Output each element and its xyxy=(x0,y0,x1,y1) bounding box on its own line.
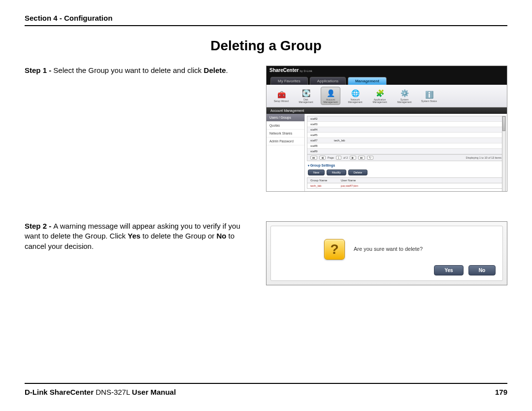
pager-next-icon[interactable]: ▶ xyxy=(350,156,356,160)
group-table-row[interactable]: tech_lab joe;staff7;kim xyxy=(307,183,504,188)
sidebar-item-network-shares[interactable]: Network Shares xyxy=(266,130,304,137)
sidebar-item-admin-password[interactable]: Admin Password xyxy=(266,137,304,145)
step-1-label: Step 1 - xyxy=(25,66,53,74)
sc-body: Users / Groups Quotas Network Shares Adm… xyxy=(266,114,507,192)
disk-icon: 💽 xyxy=(301,88,311,98)
sc-topbar: ShareCenterby D-Link My Favorites Applic… xyxy=(266,66,507,85)
group-table-head-name: Group Name xyxy=(307,178,338,183)
step-1-text-b: . xyxy=(226,66,228,74)
tab-applications[interactable]: Applications xyxy=(310,77,346,85)
dialog-buttons: Yes No xyxy=(434,265,496,275)
scrollbar[interactable] xyxy=(502,116,506,192)
user-grid: staff2 staff3 staff4 staff5 staff7tech_l… xyxy=(307,116,505,161)
step-2-text: Step 2 - A warning message will appear a… xyxy=(25,221,256,285)
table-row[interactable]: staff2 xyxy=(307,116,504,122)
sc-brand: ShareCenterby D-Link xyxy=(269,67,312,85)
group-settings-heading[interactable]: Group Settings xyxy=(307,161,505,169)
yes-button[interactable]: Yes xyxy=(434,265,463,275)
group-table-header: Group Name User Name xyxy=(307,178,504,183)
table-row[interactable]: staff7tech_lab xyxy=(307,138,504,143)
sc-section-title: Account Management xyxy=(266,107,507,114)
new-button[interactable]: New xyxy=(308,170,325,175)
pager-first-icon[interactable]: ⏮ xyxy=(310,156,317,160)
group-table: Group Name User Name tech_lab joe;staff7… xyxy=(307,177,505,189)
footer-model: DNS-327L xyxy=(94,388,132,396)
icon-system-status[interactable]: ℹ️System Status xyxy=(419,87,439,105)
wizard-icon: 🧰 xyxy=(276,90,286,100)
dialog-panel: ? Are you sure want to delete? Yes No xyxy=(270,226,503,281)
step-1-text-a: Select the Group you want to delete and … xyxy=(53,66,203,74)
modify-button[interactable]: Modify xyxy=(327,170,346,175)
step-1-bold-a: Delete xyxy=(204,66,226,74)
system-icon: ⚙️ xyxy=(399,88,409,98)
step-1-text: Step 1 - Select the Group you want to de… xyxy=(25,66,256,192)
icon-system-management[interactable]: ⚙️System Management xyxy=(395,87,414,105)
table-row[interactable]: staff9 xyxy=(307,149,504,154)
step-2-text-b: to delete the Group or xyxy=(140,232,216,240)
sidebar-item-quotas[interactable]: Quotas xyxy=(266,122,304,130)
group-row-name: tech_lab xyxy=(307,183,338,188)
group-button-row: New Modify Delete xyxy=(307,169,505,177)
icon-network-management[interactable]: 🌐Network Management xyxy=(345,87,365,105)
icon-setup-wizard[interactable]: 🧰Setup Wizard xyxy=(271,87,291,105)
dialog-text: Are you sure want to delete? xyxy=(354,246,423,252)
tab-management[interactable]: Management xyxy=(348,77,387,85)
footer-page-number: 179 xyxy=(495,388,507,396)
sc-main: staff2 staff3 staff4 staff5 staff7tech_l… xyxy=(305,114,507,192)
step-1-row: Step 1 - Select the Group you want to de… xyxy=(25,66,507,192)
delete-button[interactable]: Delete xyxy=(348,170,367,175)
pager-page-label: Page xyxy=(328,156,334,159)
no-button[interactable]: No xyxy=(468,265,496,275)
icon-disk-management[interactable]: 💽Disk Management xyxy=(296,87,316,105)
pager-refresh-icon[interactable]: ↻ xyxy=(367,156,373,160)
group-row-user: joe;staff7;kim xyxy=(338,183,504,188)
question-icon: ? xyxy=(324,239,345,260)
step-2-row: Step 2 - A warning message will appear a… xyxy=(25,221,507,285)
step-2-bold-b: No xyxy=(216,232,226,240)
footer-left: D-Link ShareCenter DNS-327L User Manual xyxy=(25,388,176,396)
icon-account-management[interactable]: 👤Account Management xyxy=(321,87,340,105)
sidebar-item-users-groups[interactable]: Users / Groups xyxy=(266,114,304,122)
table-row[interactable]: staff3 xyxy=(307,122,504,127)
table-row[interactable]: staff8 xyxy=(307,143,504,149)
page-title: Deleting a Group xyxy=(25,38,507,54)
footer-suffix: User Manual xyxy=(132,388,176,396)
pager-of: of 2 xyxy=(343,156,348,159)
screenshot-confirm-dialog: ? Are you sure want to delete? Yes No xyxy=(266,221,507,285)
section-header: Section 4 - Configuration xyxy=(25,14,507,26)
network-icon: 🌐 xyxy=(350,88,360,98)
group-table-head-user: User Name xyxy=(338,178,504,183)
account-icon: 👤 xyxy=(326,88,335,98)
status-icon: ℹ️ xyxy=(424,90,434,100)
sc-iconbar: 🧰Setup Wizard 💽Disk Management 👤Account … xyxy=(266,85,507,107)
pager-prev-icon[interactable]: ◀ xyxy=(319,156,326,160)
app-icon: 🧩 xyxy=(375,88,385,98)
page-footer: D-Link ShareCenter DNS-327L User Manual … xyxy=(25,383,507,396)
icon-application-management[interactable]: 🧩Application Management xyxy=(370,87,390,105)
pager-last-icon[interactable]: ⏭ xyxy=(358,156,365,160)
pager-info: Displaying 1 to 10 of 13 items xyxy=(466,156,501,159)
pager-page-input[interactable]: 1 xyxy=(336,156,341,160)
table-row[interactable]: staff5 xyxy=(307,133,504,138)
table-row[interactable]: staff4 xyxy=(307,127,504,133)
pager: ⏮ ◀ Page 1 of 2 ▶ ⏭ ↻ Displaying 1 to 10… xyxy=(307,154,504,161)
step-2-label: Step 2 - xyxy=(25,222,53,230)
screenshot-sharecenter: ShareCenterby D-Link My Favorites Applic… xyxy=(266,66,507,192)
sc-sidebar: Users / Groups Quotas Network Shares Adm… xyxy=(266,114,305,192)
step-2-bold-a: Yes xyxy=(128,232,140,240)
footer-brand: D-Link ShareCenter xyxy=(25,388,94,396)
